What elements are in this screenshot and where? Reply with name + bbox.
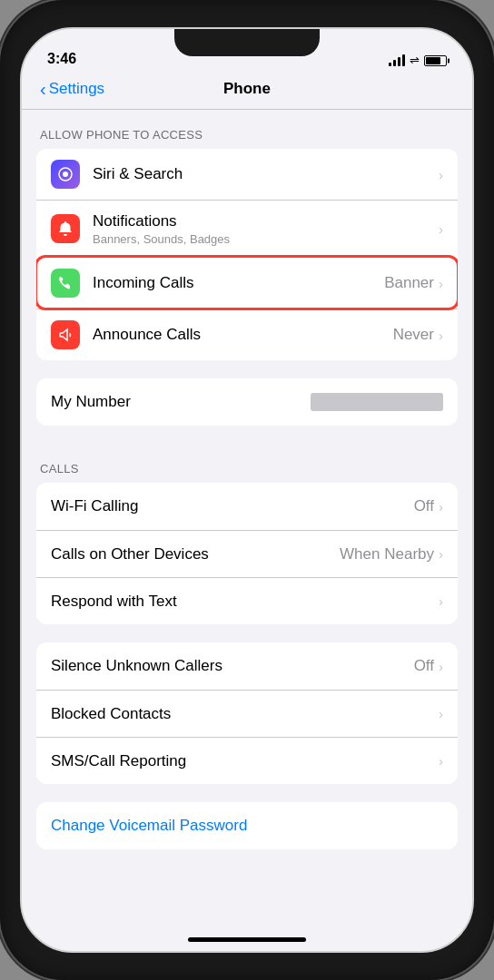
svg-point-1	[63, 172, 68, 177]
notifications-item[interactable]: Notifications Banners, Sounds, Badges ›	[36, 200, 458, 257]
siri-search-label: Siri & Search	[93, 164, 439, 184]
siri-chevron-icon: ›	[439, 167, 443, 182]
notifications-chevron-icon: ›	[439, 221, 443, 237]
status-icons: ⇌	[389, 54, 447, 67]
sms-call-reporting-chevron-icon: ›	[439, 753, 443, 769]
calls-other-devices-label: Calls on Other Devices	[51, 544, 340, 564]
siri-icon	[51, 160, 80, 189]
notifications-label: Notifications	[93, 211, 439, 231]
calls-other-devices-item[interactable]: Calls on Other Devices When Nearby ›	[36, 530, 458, 577]
incoming-calls-icon	[51, 269, 80, 298]
incoming-calls-label: Incoming Calls	[93, 273, 384, 293]
back-button[interactable]: ‹ Settings	[40, 80, 104, 98]
signal-icon	[389, 54, 405, 66]
incoming-calls-item[interactable]: Incoming Calls Banner ›	[36, 257, 458, 309]
bottom-group: Silence Unknown Callers Off › Blocked Co…	[36, 642, 458, 784]
sms-call-reporting-item[interactable]: SMS/Call Reporting ›	[36, 737, 458, 784]
wifi-calling-value: Off	[414, 497, 434, 515]
notifications-icon	[51, 214, 80, 243]
wifi-calling-label: Wi-Fi Calling	[51, 496, 414, 516]
silence-unknown-item[interactable]: Silence Unknown Callers Off ›	[36, 642, 458, 690]
section-calls-header: Calls	[22, 444, 472, 483]
phone-frame: 3:46 ⇌ ‹ Settings Phone	[0, 0, 494, 980]
announce-calls-value: Never	[393, 326, 434, 344]
sms-call-reporting-label: SMS/Call Reporting	[51, 751, 439, 771]
change-voicemail-password-item[interactable]: Change Voicemail Password	[36, 802, 458, 849]
allow-access-group: Siri & Search › Notifications	[36, 149, 458, 360]
blocked-contacts-label: Blocked Contacts	[51, 704, 439, 724]
announce-calls-item[interactable]: Announce Calls Never ›	[36, 309, 458, 360]
announce-calls-label: Announce Calls	[93, 325, 393, 345]
respond-with-text-label: Respond with Text	[51, 592, 439, 612]
wifi-icon: ⇌	[410, 54, 420, 67]
status-time: 3:46	[47, 51, 76, 67]
page-title: Phone	[223, 80, 271, 98]
my-number-value: ███ ███ ████	[311, 393, 443, 411]
screen-content: Allow Phone to Access Siri & Search ›	[22, 110, 472, 932]
notch	[174, 29, 320, 56]
wifi-calling-chevron-icon: ›	[439, 499, 443, 514]
my-number-label: My Number	[51, 392, 311, 412]
respond-with-text-item[interactable]: Respond with Text ›	[36, 577, 458, 624]
blocked-contacts-item[interactable]: Blocked Contacts ›	[36, 690, 458, 737]
silence-unknown-label: Silence Unknown Callers	[51, 656, 414, 676]
silence-unknown-value: Off	[414, 657, 434, 675]
announce-calls-icon	[51, 320, 80, 349]
respond-with-text-chevron-icon: ›	[439, 593, 443, 609]
announce-calls-chevron-icon: ›	[439, 328, 443, 343]
siri-search-item[interactable]: Siri & Search ›	[36, 149, 458, 200]
voicemail-group: Change Voicemail Password	[36, 802, 458, 849]
calls-other-devices-value: When Nearby	[340, 545, 434, 564]
nav-bar: ‹ Settings Phone	[22, 74, 472, 110]
calls-group: Wi-Fi Calling Off › Calls on Other Devic…	[36, 483, 458, 624]
my-number-group: My Number ███ ███ ████	[36, 378, 458, 426]
battery-icon	[424, 55, 447, 66]
blocked-contacts-chevron-icon: ›	[439, 706, 443, 721]
wifi-calling-item[interactable]: Wi-Fi Calling Off ›	[36, 483, 458, 530]
phone-screen: 3:46 ⇌ ‹ Settings Phone	[20, 27, 474, 953]
voicemail-btn-label: Change Voicemail Password	[51, 816, 443, 836]
back-label: Settings	[49, 80, 104, 98]
incoming-calls-value: Banner	[384, 274, 434, 292]
section-allow-header: Allow Phone to Access	[22, 110, 472, 149]
calls-other-devices-chevron-icon: ›	[439, 546, 443, 562]
notifications-sublabel: Banners, Sounds, Badges	[93, 232, 439, 246]
home-indicator	[188, 937, 306, 942]
my-number-item[interactable]: My Number ███ ███ ████	[36, 378, 458, 426]
incoming-calls-chevron-icon: ›	[439, 276, 443, 291]
silence-unknown-chevron-icon: ›	[439, 659, 443, 674]
chevron-left-icon: ‹	[40, 80, 46, 98]
